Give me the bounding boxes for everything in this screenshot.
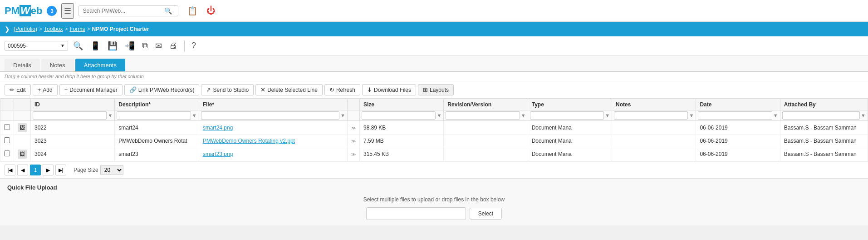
print-btn[interactable]: 🖨 — [167, 40, 180, 52]
download-files-btn[interactable]: ⬇ Download Files — [362, 84, 416, 95]
document-manager-btn[interactable]: + Document Manager — [59, 84, 123, 95]
filter-checkbox — [0, 110, 14, 121]
power-icon[interactable]: ⏻ — [206, 5, 216, 16]
download-icon: ⬇ — [367, 86, 372, 93]
tablet-icon-btn[interactable]: 📲 — [123, 40, 137, 52]
save-btn[interactable]: 💾 — [105, 40, 120, 52]
mobile-icon-btn[interactable]: 📱 — [88, 40, 103, 52]
tab-notes[interactable]: Notes — [41, 59, 74, 71]
col-revision: Revision/Version — [444, 99, 528, 110]
delete-selected-btn[interactable]: ✕ Delete Selected Line — [255, 84, 323, 95]
row-checkbox[interactable] — [4, 124, 10, 130]
filter-file-icon[interactable]: ▼ — [340, 113, 345, 118]
filter-type-icon[interactable]: ▼ — [605, 113, 610, 118]
filter-desc-icon[interactable]: ▼ — [192, 113, 197, 118]
page-last-btn[interactable]: ▶| — [55, 165, 66, 175]
page-next-btn[interactable]: ▶ — [43, 165, 54, 175]
row-checkbox[interactable] — [4, 150, 10, 156]
filter-size-input[interactable] — [362, 111, 436, 120]
filter-revision-input[interactable] — [446, 111, 520, 120]
row-file-link[interactable]: smart23.png — [203, 151, 233, 157]
logo-area: PMWeb — [5, 5, 42, 17]
email-btn[interactable]: ✉ — [153, 40, 164, 52]
edit-btn[interactable]: ✏ Edit — [5, 84, 31, 95]
row-revision — [444, 121, 528, 135]
breadcrumb-forms[interactable]: Forms — [69, 26, 85, 32]
col-file: File* — [199, 99, 347, 110]
filter-size-icon[interactable]: ▼ — [436, 113, 441, 118]
record-dropdown-icon[interactable]: ▼ — [60, 43, 65, 48]
filter-description: ▼ — [115, 110, 199, 121]
col-description: Description* — [115, 99, 199, 110]
row-id: 3023 — [31, 135, 115, 147]
search-input[interactable] — [83, 8, 164, 14]
row-expand-icon: ≫ — [351, 139, 356, 144]
help-btn[interactable]: ? — [189, 40, 198, 52]
tabs-bar: Details Notes Attachments — [0, 55, 868, 72]
filter-notes-input[interactable] — [614, 111, 688, 120]
shield-badge: 3 — [47, 6, 57, 16]
row-icon-cell: 🖼 — [14, 121, 31, 135]
drag-hint: Drag a column header and drop it here to… — [0, 72, 868, 81]
row-file-link[interactable]: PMWebDemo Owners Rotating v2.ppt — [203, 138, 295, 144]
page-prev-btn[interactable]: ◀ — [17, 165, 28, 175]
filter-attached-by-input[interactable] — [782, 111, 860, 120]
col-arrows — [348, 99, 360, 110]
toolbar-row: 000595- ▼ 🔍 📱 💾 📲 ⧉ ✉ 🖨 ? — [0, 36, 868, 55]
tab-details[interactable]: Details — [5, 59, 40, 71]
filter-id-input[interactable] — [33, 111, 107, 120]
row-checkbox-cell — [0, 121, 14, 135]
row-checkbox[interactable] — [4, 137, 10, 143]
filter-date-icon[interactable]: ▼ — [773, 113, 778, 118]
filter-date-input[interactable] — [698, 111, 772, 120]
breadcrumb-sep3: > — [87, 26, 90, 32]
col-size: Size — [360, 99, 444, 110]
upload-text-box[interactable] — [366, 207, 466, 220]
link-icon: 🔗 — [129, 86, 137, 93]
select-files-btn[interactable]: Select — [470, 208, 502, 220]
refresh-icon: ↻ — [329, 86, 334, 93]
row-checkbox-cell — [0, 147, 14, 161]
quick-upload-title: Quick File Upload — [7, 184, 861, 191]
search-toolbar-btn[interactable]: 🔍 — [71, 40, 85, 52]
filter-type-input[interactable] — [530, 111, 604, 120]
link-pmweb-btn[interactable]: 🔗 Link PMWeb Record(s) — [124, 84, 200, 95]
page-first-btn[interactable]: |◀ — [5, 165, 15, 175]
breadcrumb-portfolio[interactable]: (Portfolio) — [14, 26, 37, 32]
layouts-btn[interactable]: ⊞ Layouts — [418, 84, 454, 95]
filter-rev-icon[interactable]: ▼ — [521, 113, 526, 118]
table-body: 🖼 3022 smart24 smart24.png ≫ 98.89 KB Do… — [0, 121, 868, 161]
filter-attached-icon[interactable]: ▼ — [861, 113, 866, 118]
filter-file-input[interactable] — [201, 111, 339, 120]
row-revision — [444, 147, 528, 161]
col-icon — [14, 99, 31, 110]
record-selector[interactable]: 000595- ▼ — [5, 41, 68, 51]
search-bar-container: 🔍 — [78, 5, 178, 16]
row-id: 3024 — [31, 147, 115, 161]
filter-id-icon[interactable]: ▼ — [108, 113, 113, 118]
row-date: 06-06-2019 — [696, 135, 780, 147]
page-1-btn[interactable]: 1 — [30, 165, 41, 175]
row-attached-by: Bassam.S - Bassam Samman — [780, 147, 868, 161]
layouts-icon: ⊞ — [423, 86, 428, 93]
filter-notes-icon[interactable]: ▼ — [689, 113, 694, 118]
row-expand-icon: ≫ — [351, 152, 356, 157]
page-size-select[interactable]: 20 50 100 — [100, 165, 123, 175]
filter-date: ▼ — [696, 110, 780, 121]
row-checkbox-cell — [0, 135, 14, 147]
row-type: Document Mana — [528, 147, 612, 161]
add-btn[interactable]: + Add — [33, 84, 58, 95]
row-file-link[interactable]: smart24.png — [203, 125, 233, 131]
row-revision — [444, 135, 528, 147]
tab-attachments[interactable]: Attachments — [75, 59, 125, 71]
refresh-btn[interactable]: ↻ Refresh — [324, 84, 360, 95]
hamburger-menu[interactable]: ☰ — [61, 3, 74, 19]
filter-description-input[interactable] — [117, 111, 191, 120]
action-toolbar: ✏ Edit + Add + Document Manager 🔗 Link P… — [0, 81, 868, 99]
row-type: Document Mana — [528, 135, 612, 147]
copy-btn[interactable]: ⧉ — [140, 40, 150, 52]
row-description: PMWebDemo Owners Rotat — [115, 135, 199, 147]
breadcrumb-toolbox[interactable]: Toolbox — [44, 26, 63, 32]
send-to-studio-btn[interactable]: ↗ Send to Studio — [201, 84, 254, 95]
calendar-icon[interactable]: 📋 — [187, 6, 197, 16]
